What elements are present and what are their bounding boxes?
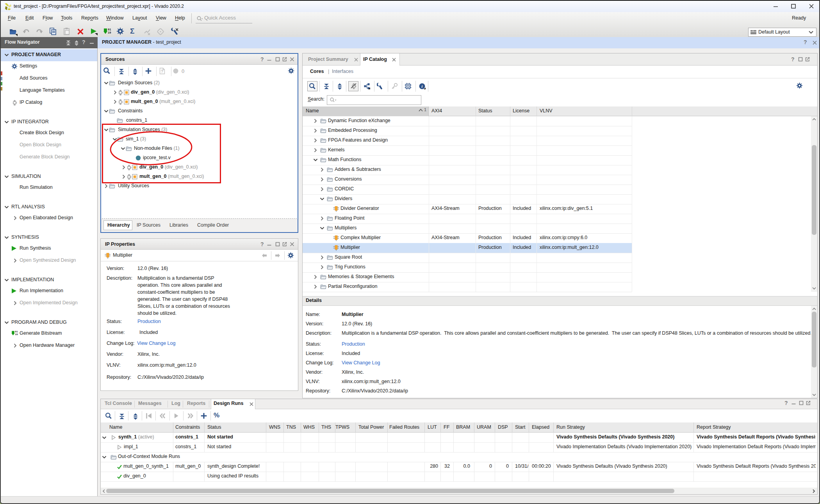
svg-text:10: 10	[108, 31, 111, 34]
svg-text:01: 01	[108, 28, 111, 31]
svg-text:?: ?	[161, 69, 163, 74]
svg-text:10: 10	[15, 333, 18, 336]
